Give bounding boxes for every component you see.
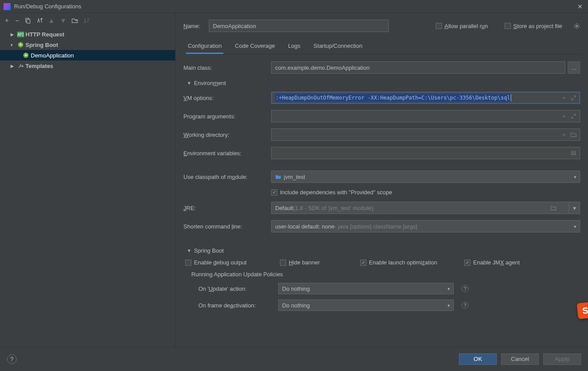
- checkbox-icon: [185, 260, 191, 266]
- checkbox-icon: [271, 189, 277, 196]
- http-icon: API: [17, 32, 25, 37]
- tree-spring-boot[interactable]: ▾ Spring Boot: [0, 39, 175, 50]
- folder-icon[interactable]: [72, 17, 78, 23]
- program-arguments-input[interactable]: [271, 110, 580, 122]
- spring-boot-section-header[interactable]: ▼ Spring Boot: [187, 247, 580, 254]
- tab-code-coverage[interactable]: Code Coverage: [233, 39, 276, 54]
- on-update-label: On 'Update' action:: [198, 285, 270, 292]
- chevron-down-icon: ▾: [448, 303, 450, 308]
- cancel-button[interactable]: Cancel: [501, 353, 539, 365]
- checkbox-icon: [464, 260, 470, 266]
- environment-section-header[interactable]: ▼ Environment: [187, 80, 580, 86]
- svg-rect-1: [27, 19, 30, 23]
- checkbox-icon: [505, 23, 511, 29]
- help-icon[interactable]: ?: [462, 285, 469, 292]
- tab-startup-connection[interactable]: Startup/Connection: [312, 39, 364, 54]
- chevron-right-icon: ▶: [11, 32, 17, 37]
- add-config-icon[interactable]: ＋: [4, 16, 10, 25]
- apply-button[interactable]: Apply: [543, 353, 581, 365]
- on-frame-label: On frame deactivation:: [198, 302, 270, 309]
- on-update-dropdown[interactable]: Do nothing ▾: [278, 283, 454, 294]
- svg-point-7: [576, 25, 578, 27]
- gear-icon[interactable]: [574, 23, 580, 29]
- move-up-icon[interactable]: ▲: [48, 17, 55, 24]
- config-tree[interactable]: ▶ API HTTP Request ▾ Spring Boot DemoApp…: [0, 27, 175, 346]
- dialog-buttons: ? OK Cancel Apply: [0, 346, 588, 371]
- svg-text:API: API: [18, 33, 24, 37]
- module-icon: [275, 174, 281, 179]
- tab-configuration[interactable]: Configuration: [186, 39, 223, 54]
- chevron-down-icon: ▼: [187, 248, 191, 253]
- insert-macro-icon[interactable]: ＋: [559, 92, 569, 104]
- chevron-down-icon: ▼: [187, 81, 191, 86]
- sogou-ime-badge-icon: S: [577, 302, 588, 319]
- help-button[interactable]: ?: [7, 354, 17, 364]
- name-label: Name:: [183, 23, 200, 29]
- titlebar: Run/Debug Configurations ✕: [0, 0, 588, 13]
- chevron-right-icon: ▶: [11, 64, 17, 68]
- expand-field-icon[interactable]: [569, 110, 578, 122]
- tree-demo-app[interactable]: DemoApplication: [0, 50, 175, 61]
- name-input[interactable]: [209, 20, 389, 32]
- jre-dropdown-toggle[interactable]: ▾: [569, 202, 580, 214]
- tree-templates[interactable]: ▶ Templates: [0, 61, 175, 71]
- on-frame-dropdown[interactable]: Do nothing ▾: [278, 300, 454, 311]
- shorten-label: Shorten command line:: [183, 223, 271, 230]
- classpath-dropdown[interactable]: jvm_test ▾: [271, 171, 580, 183]
- browse-main-class-button[interactable]: …: [568, 61, 580, 74]
- help-icon[interactable]: ?: [462, 302, 469, 309]
- edit-defaults-icon[interactable]: [36, 17, 43, 24]
- enable-jmx-checkbox[interactable]: Enable JMX agent: [464, 259, 520, 266]
- wrench-icon: [17, 63, 25, 69]
- vm-options-label: VM options:: [183, 95, 271, 101]
- working-directory-label: Working directory:: [183, 132, 271, 138]
- ok-button[interactable]: OK: [459, 353, 497, 365]
- update-policies-label: Running Application Update Policies: [183, 271, 580, 278]
- left-panel: ＋ − ▲ ▼ ▶ API HTTP Request: [0, 13, 176, 346]
- hide-banner-checkbox[interactable]: Hide banner: [280, 259, 320, 266]
- include-provided-checkbox[interactable]: Include dependencies with "Provided" sco…: [271, 189, 392, 196]
- working-directory-input[interactable]: [271, 128, 580, 141]
- svg-rect-8: [572, 151, 576, 155]
- insert-macro-icon[interactable]: ＋: [559, 128, 569, 141]
- chevron-down-icon: ▾: [574, 175, 576, 179]
- env-variables-input[interactable]: [271, 147, 580, 159]
- list-icon[interactable]: [569, 147, 578, 159]
- jre-dropdown[interactable]: Default (1.8 - SDK of 'jvm_test' module): [271, 202, 569, 214]
- jre-label: JRE:: [183, 205, 271, 211]
- classpath-label: Use classpath of module:: [183, 174, 271, 180]
- env-variables-label: Environment variables:: [183, 150, 271, 157]
- chevron-down-icon: ▾: [574, 224, 576, 229]
- enable-launch-checkbox[interactable]: Enable launch optimization: [360, 259, 437, 266]
- name-row: Name: Allow parallel run Store as projec…: [183, 13, 580, 39]
- main-class-label: Main class:: [183, 64, 271, 71]
- svg-rect-9: [279, 177, 281, 178]
- remove-config-icon[interactable]: −: [15, 17, 19, 24]
- checkbox-icon: [436, 23, 442, 29]
- window-title: Run/Debug Configurations: [14, 3, 576, 10]
- allow-parallel-checkbox[interactable]: Allow parallel run: [436, 23, 488, 29]
- sort-icon[interactable]: [83, 17, 90, 24]
- chevron-down-icon: ▾: [11, 43, 17, 47]
- close-icon[interactable]: ✕: [576, 3, 584, 10]
- config-tabs: Configuration Code Coverage Logs Startup…: [183, 39, 580, 54]
- expand-field-icon[interactable]: [569, 92, 578, 104]
- vm-options-input[interactable]: :+HeapDumpOnOutOfMemoryError -XX:HeapDum…: [271, 92, 580, 104]
- browse-folder-icon[interactable]: [569, 128, 578, 141]
- config-toolbar: ＋ − ▲ ▼: [0, 13, 175, 27]
- insert-macro-icon[interactable]: ＋: [559, 110, 569, 122]
- spring-boot-icon: [17, 42, 25, 48]
- store-project-checkbox[interactable]: Store as project file: [505, 23, 562, 29]
- checkbox-icon: [360, 260, 366, 266]
- tab-logs[interactable]: Logs: [286, 39, 302, 54]
- svg-point-2: [41, 18, 43, 19]
- copy-config-icon[interactable]: [25, 17, 31, 24]
- program-arguments-label: Program arguments:: [183, 113, 271, 120]
- main-class-input[interactable]: [271, 61, 565, 74]
- spring-boot-icon: [22, 52, 30, 58]
- enable-debug-checkbox[interactable]: Enable debug output: [185, 259, 247, 266]
- shorten-dropdown[interactable]: user-local default: none - java [options…: [271, 220, 580, 232]
- move-down-icon[interactable]: ▼: [60, 17, 67, 24]
- browse-folder-icon[interactable]: [550, 205, 556, 210]
- tree-http-request[interactable]: ▶ API HTTP Request: [0, 29, 175, 39]
